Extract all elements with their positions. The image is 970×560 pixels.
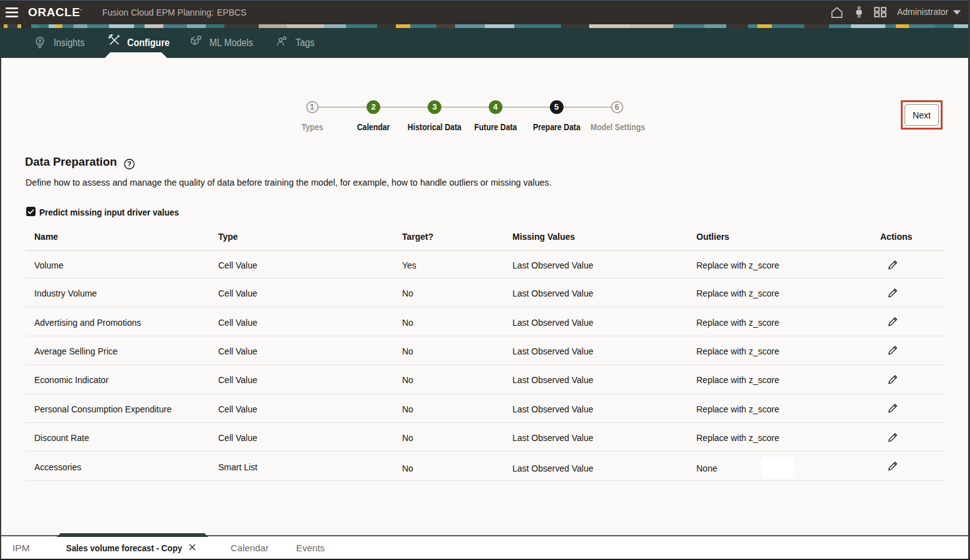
svg-text:?: ?: [127, 160, 132, 168]
